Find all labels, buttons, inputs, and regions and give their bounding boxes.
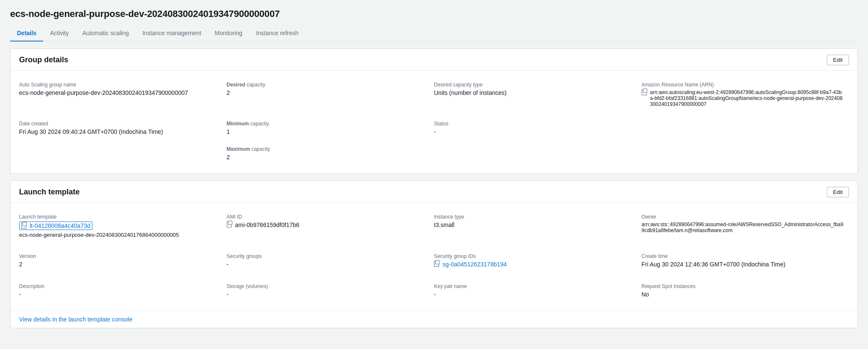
storage-value: - [227,291,429,298]
create-time-cell: Create time Fri Aug 30 2024 12:46:36 GMT… [642,249,849,272]
status-label: Status [434,121,637,127]
arn-icon-wrapper: arn:aws:autoscaling:eu-west-2:4928906479… [642,89,844,107]
arn-cell: Amazon Resource Name (ARN) arn:aws:autos… [642,78,849,111]
ami-id-value: ami-0b9766159df0f17b6 [227,222,429,229]
tab-details[interactable]: Details [10,26,43,42]
storage-label: Storage (volumes) [227,283,429,289]
status-value: - [434,128,637,135]
spot-instances-cell: Request Spot Instances No [642,279,849,302]
owner-value: arn:aws:sts::492890647996:assumed-role/A… [642,222,844,233]
version-label: Version [19,253,222,259]
description-label: Description [19,283,222,289]
empty-cell-1 [642,116,849,139]
tab-instance-management[interactable]: Instance management [136,26,208,42]
description-value: - [19,291,222,298]
group-details-edit-button[interactable]: Edit [827,55,849,65]
launch-template-body: Launch template lt-04128008a4c40a73d ecs… [11,203,857,310]
lt-name-value: lt-04128008a4c40a73d ecs-node-general-pu… [19,222,222,238]
arn-copy-icon [642,89,647,95]
instance-type-label: Instance type [434,214,637,220]
tab-instance-refresh[interactable]: Instance refresh [249,26,305,42]
group-details-body: Auto Scaling group name ecs-node-general… [11,71,857,173]
min-capacity-label: Minimum capacity [227,121,429,127]
launch-template-footer: View details in the launch template cons… [11,310,857,328]
launch-template-grid-row3: Description - Storage (volumes) - Key pa… [19,279,849,302]
launch-template-edit-button[interactable]: Edit [827,187,849,197]
date-created-cell: Date created Fri Aug 30 2024 09:40:24 GM… [19,116,227,139]
security-group-ids-cell: Security group IDs sg-0a04512623178b194 [434,249,642,272]
desired-capacity-label: Desired capacity [227,82,429,88]
lt-link-box: lt-04128008a4c40a73d [19,222,92,230]
group-details-grid-row3: Maximum capacity 2 [19,142,849,165]
owner-label: Owner [642,214,844,220]
lt-name-cell: Launch template lt-04128008a4c40a73d ecs… [19,210,227,242]
empty-cell-3 [434,142,642,165]
group-details-card: Group details Edit Auto Scaling group na… [10,48,858,174]
date-created-label: Date created [19,121,222,127]
lt-sub-value: ecs-node-general-purpose-dev-20240830024… [19,232,222,238]
min-capacity-value: 1 [227,128,429,135]
instance-type-value: t3.small [434,222,637,228]
ami-copy-icon [227,222,232,227]
sg-id-link[interactable]: sg-0a04512623178b194 [442,261,507,268]
tab-activity[interactable]: Activity [43,26,75,42]
asg-name-label: Auto Scaling group name [19,82,222,88]
create-time-label: Create time [642,253,844,259]
spot-instances-label: Request Spot Instances [642,283,844,289]
desired-capacity-value: 2 [227,89,429,96]
page-title: ecs-node-general-purpose-dev-20240830024… [10,8,858,19]
group-details-title: Group details [19,55,68,64]
group-details-header: Group details Edit [11,49,857,71]
security-groups-cell: Security groups - [227,249,434,272]
version-cell: Version 2 [19,249,227,272]
empty-cell-2 [19,142,227,165]
launch-template-grid-row1: Launch template lt-04128008a4c40a73d ecs… [19,210,849,242]
view-launch-template-link[interactable]: View details in the launch template cons… [19,316,132,323]
lt-link[interactable]: lt-04128008a4c40a73d [30,222,90,229]
lt-copy-icon [21,223,26,229]
launch-template-grid-row2: Version 2 Security groups - Security gro… [19,249,849,272]
desired-capacity-cell: Desired capacity 2 [227,78,434,111]
lt-link-wrapper: lt-04128008a4c40a73d [19,222,222,230]
arn-label: Amazon Resource Name (ARN) [642,82,844,88]
arn-text: arn:aws:autoscaling:eu-west-2:4928906479… [650,89,844,107]
ami-id-text: ami-0b9766159df0f17b6 [235,222,300,228]
security-groups-label: Security groups [227,253,429,259]
ami-id-cell: AMI ID ami-0b9766159df0f17b6 [227,210,434,242]
tabs-bar: Details Activity Automatic scaling Insta… [10,26,858,42]
lt-name-label: Launch template [19,214,222,220]
arn-value: arn:aws:autoscaling:eu-west-2:4928906479… [642,89,844,107]
description-cell: Description - [19,279,227,302]
asg-name-value: ecs-node-general-purpose-dev-20240830024… [19,89,222,96]
launch-template-card: Launch template Edit Launch template lt-… [10,180,858,328]
launch-template-header: Launch template Edit [11,181,857,203]
key-pair-value: - [434,291,637,298]
min-capacity-cell: Minimum capacity 1 [227,116,434,139]
desired-capacity-type-cell: Desired capacity type Units (number of i… [434,78,642,111]
date-created-value: Fri Aug 30 2024 09:40:24 GMT+0700 (Indoc… [19,128,222,135]
status-cell: Status - [434,116,642,139]
ami-id-label: AMI ID [227,214,429,220]
desired-capacity-type-value: Units (number of instances) [434,89,637,96]
asg-name-cell: Auto Scaling group name ecs-node-general… [19,78,227,111]
create-time-value: Fri Aug 30 2024 12:46:36 GMT+0700 (Indoc… [642,261,844,268]
tab-monitoring[interactable]: Monitoring [208,26,249,42]
security-group-ids-value: sg-0a04512623178b194 [434,261,637,268]
security-groups-value: - [227,261,429,268]
key-pair-label: Key pair name [434,283,637,289]
owner-cell: Owner arn:aws:sts::492890647996:assumed-… [642,210,849,242]
empty-cell-4 [642,142,849,165]
tab-automatic-scaling[interactable]: Automatic scaling [75,26,136,42]
desired-capacity-type-label: Desired capacity type [434,82,637,88]
storage-cell: Storage (volumes) - [227,279,434,302]
version-value: 2 [19,261,222,268]
instance-type-cell: Instance type t3.small [434,210,642,242]
security-group-ids-label: Security group IDs [434,253,637,259]
max-capacity-label: Maximum capacity [227,146,429,152]
sg-copy-icon [434,261,439,267]
group-details-grid-row2: Date created Fri Aug 30 2024 09:40:24 GM… [19,116,849,139]
max-capacity-cell: Maximum capacity 2 [227,142,434,165]
key-pair-cell: Key pair name - [434,279,642,302]
spot-instances-value: No [642,291,844,298]
group-details-grid-row1: Auto Scaling group name ecs-node-general… [19,78,849,111]
